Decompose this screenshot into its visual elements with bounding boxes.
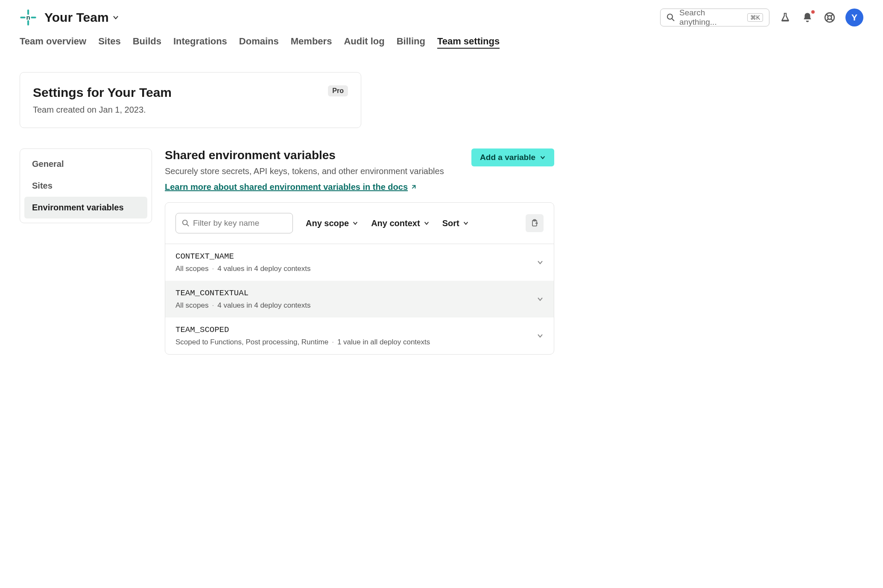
learn-more-link[interactable]: Learn more about shared environment vari… bbox=[165, 182, 416, 192]
avatar[interactable]: Y bbox=[845, 9, 863, 26]
add-variable-label: Add a variable bbox=[480, 153, 535, 162]
plan-badge: Pro bbox=[328, 85, 348, 96]
team-name: Your Team bbox=[44, 10, 109, 25]
chevron-down-icon bbox=[463, 220, 469, 226]
avatar-initial: Y bbox=[851, 12, 857, 23]
top-nav: Team overviewSitesBuildsIntegrationsDoma… bbox=[20, 36, 863, 49]
sort-dropdown[interactable]: Sort bbox=[442, 218, 469, 228]
topnav-item-builds[interactable]: Builds bbox=[133, 36, 161, 49]
search-placeholder: Search anything... bbox=[679, 8, 743, 27]
variable-meta: All scopes·4 values in 4 deploy contexts bbox=[175, 265, 311, 273]
chevron-down-icon bbox=[540, 154, 546, 160]
settings-card: Settings for Your Team Team created on J… bbox=[20, 72, 361, 128]
add-variable-button[interactable]: Add a variable bbox=[471, 148, 554, 166]
learn-more-text: Learn more about shared environment vari… bbox=[165, 182, 408, 192]
scope-label: Any scope bbox=[306, 218, 349, 228]
settings-card-subtitle: Team created on Jan 1, 2023. bbox=[33, 105, 172, 115]
header-left: n Your Team bbox=[20, 9, 119, 26]
scope-dropdown[interactable]: Any scope bbox=[306, 218, 358, 228]
chevron-down-icon bbox=[537, 296, 544, 303]
chevron-down-icon bbox=[424, 220, 430, 226]
sidebar-item-general[interactable]: General bbox=[24, 153, 147, 175]
header-right: Search anything... ⌘K Y bbox=[660, 9, 863, 26]
external-link-icon bbox=[410, 184, 416, 190]
topnav-item-sites[interactable]: Sites bbox=[98, 36, 121, 49]
content-layout: GeneralSitesEnvironment variables Shared… bbox=[20, 148, 863, 355]
svg-point-8 bbox=[828, 16, 832, 20]
svg-line-9 bbox=[826, 14, 828, 16]
search-box[interactable]: Search anything... ⌘K bbox=[660, 9, 769, 26]
svg-text:n: n bbox=[26, 14, 30, 21]
svg-point-13 bbox=[183, 220, 187, 225]
svg-line-11 bbox=[826, 19, 828, 20]
svg-point-7 bbox=[825, 13, 834, 22]
support-icon[interactable] bbox=[823, 11, 836, 24]
header: n Your Team Search anything... ⌘K bbox=[20, 9, 863, 26]
panel-toolbar: Any scope Any context Sort bbox=[165, 203, 554, 244]
variable-row[interactable]: CONTEXT_NAMEAll scopes·4 values in 4 dep… bbox=[165, 244, 554, 281]
copy-env-button[interactable] bbox=[526, 214, 544, 232]
section-header: Shared environment variables Securely st… bbox=[165, 148, 554, 192]
labs-icon[interactable] bbox=[779, 11, 792, 24]
variable-meta: Scoped to Functions, Post processing, Ru… bbox=[175, 338, 430, 346]
search-kbd: ⌘K bbox=[747, 13, 763, 22]
team-selector[interactable]: Your Team bbox=[44, 10, 119, 25]
sidebar-item-sites[interactable]: Sites bbox=[24, 175, 147, 197]
topnav-item-audit-log[interactable]: Audit log bbox=[344, 36, 384, 49]
search-icon bbox=[667, 13, 675, 22]
variable-key: TEAM_SCOPED bbox=[175, 325, 430, 335]
variable-key: TEAM_CONTEXTUAL bbox=[175, 288, 311, 298]
notifications-icon[interactable] bbox=[801, 11, 814, 24]
sidebar-item-environment-variables[interactable]: Environment variables bbox=[24, 197, 147, 218]
section-description: Securely store secrets, API keys, tokens… bbox=[165, 166, 444, 176]
chevron-down-icon bbox=[352, 220, 358, 226]
notification-dot bbox=[811, 10, 815, 14]
svg-line-12 bbox=[831, 14, 833, 16]
topnav-item-billing[interactable]: Billing bbox=[397, 36, 425, 49]
filter-input-field[interactable] bbox=[193, 218, 287, 228]
svg-line-14 bbox=[187, 224, 189, 227]
chevron-down-icon bbox=[537, 259, 544, 266]
topnav-item-team-settings[interactable]: Team settings bbox=[437, 36, 500, 49]
sort-label: Sort bbox=[442, 218, 459, 228]
topnav-item-team-overview[interactable]: Team overview bbox=[20, 36, 86, 49]
chevron-down-icon bbox=[112, 14, 119, 21]
svg-line-6 bbox=[672, 19, 674, 21]
netlify-logo[interactable]: n bbox=[20, 9, 37, 26]
variables-panel: Any scope Any context Sort bbox=[165, 202, 554, 355]
svg-point-5 bbox=[667, 14, 672, 19]
main-content: Shared environment variables Securely st… bbox=[165, 148, 554, 355]
context-label: Any context bbox=[371, 218, 420, 228]
sidebar: GeneralSitesEnvironment variables bbox=[20, 148, 152, 223]
variable-key: CONTEXT_NAME bbox=[175, 252, 311, 261]
section-title: Shared environment variables bbox=[165, 148, 444, 162]
search-icon bbox=[182, 219, 190, 227]
svg-line-10 bbox=[831, 19, 833, 20]
filter-input[interactable] bbox=[175, 213, 293, 233]
variable-meta: All scopes·4 values in 4 deploy contexts bbox=[175, 301, 311, 310]
topnav-item-integrations[interactable]: Integrations bbox=[173, 36, 227, 49]
variable-row[interactable]: TEAM_SCOPEDScoped to Functions, Post pro… bbox=[165, 317, 554, 354]
clipboard-icon bbox=[530, 219, 539, 227]
topnav-item-domains[interactable]: Domains bbox=[239, 36, 279, 49]
context-dropdown[interactable]: Any context bbox=[371, 218, 429, 228]
chevron-down-icon bbox=[537, 332, 544, 339]
variable-list: CONTEXT_NAMEAll scopes·4 values in 4 dep… bbox=[165, 244, 554, 354]
variable-row[interactable]: TEAM_CONTEXTUALAll scopes·4 values in 4 … bbox=[165, 281, 554, 317]
settings-card-title: Settings for Your Team bbox=[33, 85, 172, 100]
topnav-item-members[interactable]: Members bbox=[291, 36, 332, 49]
